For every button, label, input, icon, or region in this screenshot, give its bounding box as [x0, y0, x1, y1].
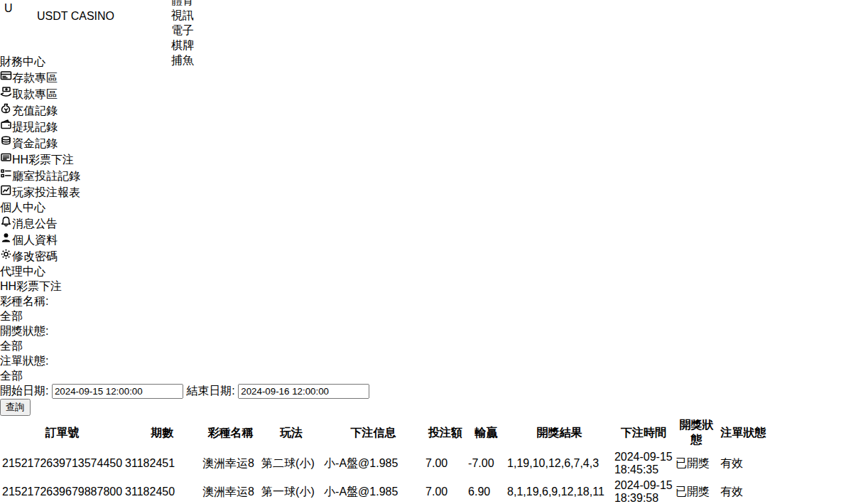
sidebar-item-recharge-record[interactable]: 充值記錄	[0, 102, 868, 119]
funds-record-icon	[0, 137, 12, 149]
order-status-value: 全部	[0, 370, 23, 382]
deposit-icon	[0, 72, 12, 84]
breadcrumb: HH彩票下注	[0, 279, 868, 294]
search-button[interactable]: 查詢	[0, 399, 31, 416]
table-cell: 6.90	[467, 478, 505, 504]
table-cell: 7.00	[425, 450, 466, 477]
sidebar-item-funds-record[interactable]: 資金記錄	[0, 135, 868, 151]
filter-panel: 彩種名稱: 全部 開獎狀態: 全部 注單狀態: 全部 開始日期: 結束日期:	[0, 294, 868, 416]
table-cell: 2152172639713574450	[1, 450, 123, 477]
site-top-nav: U USDT CASINO 首頁彩票體育視訊電子棋牌捕魚	[0, 0, 868, 32]
page-title: HH彩票下注	[0, 280, 62, 292]
sidebar-item-label: 資金記錄	[12, 137, 58, 149]
sidebar-item-label: 修改密碼	[12, 250, 58, 262]
sidebar-item-label: 提現記錄	[12, 121, 58, 133]
draw-status-value: 全部	[0, 340, 23, 352]
logo-coin-icon: U	[4, 2, 33, 31]
table-cell: 2024-09-15 18:39:58	[614, 478, 673, 504]
sidebar-item-label: 廳室投註記錄	[12, 170, 80, 182]
notice-icon	[0, 218, 12, 230]
table-cell: 已開獎	[675, 450, 718, 477]
sidebar-item-hall-bet-record[interactable]: 廳室投註記錄	[0, 168, 868, 184]
profile-icon	[0, 234, 12, 246]
end-date-input[interactable]	[238, 384, 369, 399]
lottery-name-value: 全部	[0, 310, 23, 322]
bets-table: 訂單號期數彩種名稱玩法下注信息投注額輸贏開獎結果下注時間開獎狀態注單狀態 215…	[0, 416, 769, 504]
recharge-record-icon	[0, 104, 12, 117]
sidebar-item-profile[interactable]: 個人資料	[0, 232, 868, 248]
sidebar-menu: 財務中心存款專區取款專區充值記錄提現記錄資金記錄HH彩票下注廳室投註記錄玩家投注…	[0, 55, 868, 279]
table-cell: 小-A盤@1.985	[323, 450, 423, 477]
sidebar-item-label: 消息公告	[12, 218, 58, 230]
main-nav: 首頁彩票體育視訊電子棋牌捕魚	[171, 0, 194, 68]
draw-status-label: 開獎狀態:	[0, 325, 48, 337]
nav-item-label: 棋牌	[171, 39, 194, 51]
sidebar-item-lottery-bet[interactable]: HH彩票下注	[0, 151, 868, 168]
end-date-label: 結束日期:	[186, 385, 234, 397]
sidebar-item-label: 充值記錄	[12, 104, 58, 117]
nav-item-4[interactable]: 電子	[171, 23, 194, 38]
nav-item-5[interactable]: 棋牌	[171, 38, 194, 53]
table-cell: 8,1,19,6,9,12,18,11	[506, 478, 612, 504]
table-cell: 有效	[720, 478, 767, 504]
nav-item-2[interactable]: 體育	[171, 0, 194, 9]
player-report-icon	[0, 186, 12, 198]
nav-item-6[interactable]: 捕魚	[171, 53, 194, 68]
order-status-select[interactable]: 全部	[0, 369, 41, 384]
filter-row: 彩種名稱: 全部 開獎狀態: 全部 注單狀態: 全部 開始日期: 結束日期:	[0, 294, 868, 399]
bets-table-wrap: 訂單號期數彩種名稱玩法下注信息投注額輸贏開獎結果下注時間開獎狀態注單狀態 215…	[0, 416, 868, 504]
column-header: 下注信息	[323, 417, 423, 449]
table-cell: 小-A盤@1.985	[323, 478, 423, 504]
sidebar-item-label: 存款專區	[12, 72, 58, 84]
app-surface: 玩家中心 PLAYERS CENTER 財務中心存款專區取款專區充值記錄提現記錄…	[0, 0, 868, 504]
site-logo[interactable]: U USDT CASINO	[4, 2, 171, 31]
hall-bet-record-icon	[0, 170, 12, 182]
table-row: 215217263971357445031182451澳洲幸运8第二球(小)小-…	[1, 450, 767, 477]
draw-status-select[interactable]: 全部	[0, 339, 50, 354]
sidebar-item-notice[interactable]: 消息公告	[0, 215, 868, 232]
table-cell: 有效	[720, 450, 767, 477]
column-header: 注單狀態	[720, 417, 767, 449]
sidebar-item-label: HH彩票下注	[12, 154, 74, 166]
table-cell: 已開獎	[675, 478, 718, 504]
column-header: 彩種名稱	[202, 417, 259, 449]
table-cell: 31182450	[124, 478, 200, 504]
table-cell: 2152172639679887800	[1, 478, 123, 504]
table-cell: 1,19,10,12,6,7,4,3	[506, 450, 612, 477]
table-cell: -7.00	[467, 450, 505, 477]
order-status-label: 注單狀態:	[0, 355, 48, 367]
lottery-bet-icon	[0, 154, 12, 166]
start-date-input[interactable]	[52, 384, 183, 399]
sidebar-item-deposit[interactable]: 存款專區	[0, 70, 868, 86]
withdrawal-record-icon	[0, 121, 12, 133]
withdraw-icon	[0, 88, 12, 100]
column-header: 投注額	[425, 417, 466, 449]
password-icon	[0, 250, 12, 262]
table-row: 215217263967988780031182450澳洲幸运8第一球(小)小-…	[1, 478, 767, 504]
table-cell: 第二球(小)	[261, 450, 322, 477]
table-cell: 7.00	[425, 478, 466, 504]
start-date-label: 開始日期:	[0, 385, 48, 397]
table-cell: 2024-09-15 18:45:35	[614, 450, 673, 477]
sidebar-item-label: 取款專區	[12, 88, 58, 100]
logo-text: USDT CASINO	[37, 10, 114, 23]
column-header: 下注時間	[614, 417, 673, 449]
column-header: 開獎結果	[506, 417, 612, 449]
column-header: 玩法	[261, 417, 322, 449]
column-header: 期數	[124, 417, 200, 449]
sidebar-item-withdraw[interactable]: 取款專區	[0, 86, 868, 102]
lottery-name-label: 彩種名稱:	[0, 295, 48, 307]
sidebar-item-password[interactable]: 修改密碼	[0, 248, 868, 264]
sidebar-section-title-1: 個人中心	[0, 200, 868, 215]
table-cell: 31182451	[124, 450, 200, 477]
table-cell: 澳洲幸运8	[202, 450, 259, 477]
column-header: 訂單號	[1, 417, 123, 449]
nav-item-3[interactable]: 視訊	[171, 9, 194, 23]
sidebar-item-player-report[interactable]: 玩家投注報表	[0, 184, 868, 200]
sidebar-item-withdrawal-record[interactable]: 提現記錄	[0, 119, 868, 135]
lottery-name-select[interactable]: 全部	[0, 309, 89, 324]
nav-item-label: 視訊	[171, 9, 194, 21]
sidebar-item-label: 玩家投注報表	[12, 186, 80, 198]
nav-item-label: 電子	[171, 24, 194, 36]
table-header-row: 訂單號期數彩種名稱玩法下注信息投注額輸贏開獎結果下注時間開獎狀態注單狀態	[1, 417, 767, 449]
